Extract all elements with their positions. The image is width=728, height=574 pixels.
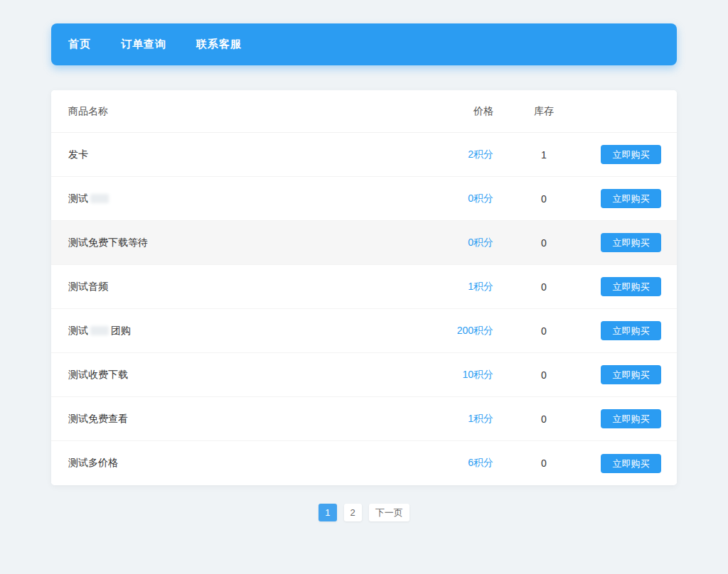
product-name-cell: 测试多价格 — [68, 457, 427, 470]
top-navbar: 首页订单查询联系客服 — [51, 23, 677, 65]
table-row: 测试收费下载10积分0立即购买 — [51, 353, 677, 397]
product-table-card: 商品名称 价格 库存 发卡2积分1立即购买测试0积分0立即购买测试免费下载等待0… — [51, 90, 677, 485]
page-container: 首页订单查询联系客服 商品名称 价格 库存 发卡2积分1立即购买测试0积分0立即… — [51, 0, 677, 521]
stock-cell: 0 — [512, 457, 576, 469]
action-cell: 立即购买 — [576, 321, 661, 340]
action-cell: 立即购买 — [576, 365, 661, 384]
product-name-text: 测试 — [68, 325, 88, 337]
stock-cell: 0 — [512, 193, 576, 205]
price-cell: 10积分 — [427, 369, 512, 381]
product-name-text: 测试音频 — [68, 281, 108, 293]
redacted-text — [90, 194, 109, 203]
header-stock: 库存 — [512, 105, 576, 118]
product-name-text: 发卡 — [68, 148, 88, 161]
action-cell: 立即购买 — [576, 409, 661, 428]
product-name-cell: 测试 — [68, 193, 427, 205]
buy-now-button[interactable]: 立即购买 — [601, 277, 661, 296]
buy-now-button[interactable]: 立即购买 — [601, 189, 661, 208]
buy-now-button[interactable]: 立即购买 — [601, 321, 661, 340]
stock-cell: 0 — [512, 369, 576, 381]
price-cell: 1积分 — [427, 281, 512, 293]
nav-item-orders[interactable]: 订单查询 — [121, 38, 166, 51]
price-cell: 0积分 — [427, 193, 512, 205]
table-row: 发卡2积分1立即购买 — [51, 133, 677, 177]
table-row: 测试多价格6积分0立即购买 — [51, 441, 677, 485]
product-name-text: 测试免费下载等待 — [68, 237, 148, 249]
product-name-text: 测试多价格 — [68, 457, 118, 470]
product-name-text: 团购 — [111, 325, 131, 337]
buy-now-button[interactable]: 立即购买 — [601, 145, 661, 164]
product-name-cell: 测试音频 — [68, 281, 427, 293]
buy-now-button[interactable]: 立即购买 — [601, 233, 661, 252]
product-name-cell: 测试收费下载 — [68, 369, 427, 381]
action-cell: 立即购买 — [576, 277, 661, 296]
stock-cell: 0 — [512, 413, 576, 425]
page-button-1[interactable]: 1 — [318, 504, 336, 521]
table-header: 商品名称 价格 库存 — [51, 90, 677, 133]
table-row: 测试音频1积分0立即购买 — [51, 265, 677, 309]
nav-item-support[interactable]: 联系客服 — [196, 38, 242, 51]
table-row: 测试免费下载等待0积分0立即购买 — [51, 221, 677, 265]
action-cell: 立即购买 — [576, 145, 661, 164]
header-price: 价格 — [427, 105, 512, 118]
price-cell: 6积分 — [427, 457, 512, 470]
product-name-cell: 测试免费查看 — [68, 413, 427, 426]
header-product-name: 商品名称 — [68, 105, 427, 118]
table-row: 测试0积分0立即购买 — [51, 177, 677, 221]
action-cell: 立即购买 — [576, 454, 661, 473]
buy-now-button[interactable]: 立即购买 — [601, 365, 661, 384]
product-name-text: 测试 — [68, 193, 88, 205]
product-name-cell: 测试免费下载等待 — [68, 237, 427, 249]
stock-cell: 1 — [512, 149, 576, 161]
next-page-button[interactable]: 下一页 — [369, 504, 410, 521]
product-name-text: 测试免费查看 — [68, 413, 128, 426]
price-cell: 200积分 — [427, 325, 512, 337]
product-name-cell: 发卡 — [68, 148, 427, 161]
table-body: 发卡2积分1立即购买测试0积分0立即购买测试免费下载等待0积分0立即购买测试音频… — [51, 133, 677, 485]
buy-now-button[interactable]: 立即购买 — [601, 454, 661, 473]
pagination: 12下一页 — [51, 504, 677, 521]
redacted-text — [90, 326, 109, 335]
product-name-text: 测试收费下载 — [68, 369, 128, 381]
table-row: 测试团购200积分0立即购买 — [51, 309, 677, 353]
product-name-cell: 测试团购 — [68, 325, 427, 337]
table-row: 测试免费查看1积分0立即购买 — [51, 397, 677, 441]
action-cell: 立即购买 — [576, 233, 661, 252]
price-cell: 0积分 — [427, 237, 512, 249]
stock-cell: 0 — [512, 281, 576, 293]
price-cell: 2积分 — [427, 148, 512, 161]
nav-item-home[interactable]: 首页 — [68, 38, 91, 51]
buy-now-button[interactable]: 立即购买 — [601, 409, 661, 428]
price-cell: 1积分 — [427, 413, 512, 426]
page-button-2[interactable]: 2 — [344, 504, 362, 521]
stock-cell: 0 — [512, 237, 576, 249]
stock-cell: 0 — [512, 325, 576, 337]
action-cell: 立即购买 — [576, 189, 661, 208]
